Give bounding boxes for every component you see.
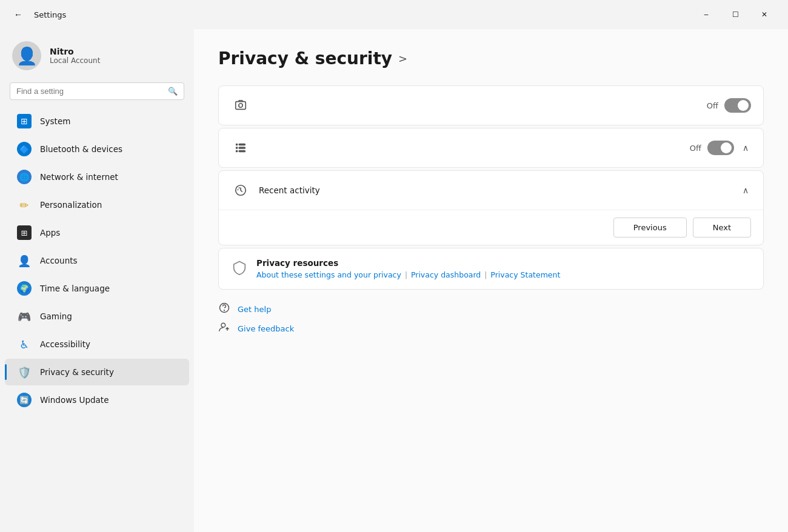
get-help-label[interactable]: Get help (238, 305, 271, 314)
recent-activity-title: Recent activity (259, 185, 732, 195)
sidebar-item-accessibility[interactable]: ♿ Accessibility (5, 331, 189, 357)
card-row-2: Off ∧ (219, 128, 763, 167)
avatar: 👤 (12, 41, 41, 70)
close-button[interactable]: ✕ (750, 5, 778, 24)
svg-point-1 (239, 104, 242, 107)
sidebar-item-personalization[interactable]: ✏️ Personalization (5, 191, 189, 218)
titlebar: ← Settings – ☐ ✕ (0, 0, 788, 29)
window-controls: – ☐ ✕ (692, 5, 778, 24)
sidebar-label-system: System (40, 116, 70, 126)
svg-rect-0 (236, 102, 246, 110)
sidebar-label-accounts: Accounts (40, 256, 78, 265)
resources-links: About these settings and your privacy | … (256, 270, 560, 279)
card-right-1: Off (707, 98, 751, 113)
system-icon: ⊞ (17, 114, 32, 128)
sidebar-label-gaming: Gaming (40, 311, 72, 321)
sidebar-item-gaming[interactable]: 🎮 Gaming (5, 303, 189, 330)
toggle2-label: Off (690, 144, 701, 153)
svg-point-10 (224, 310, 225, 311)
resources-content: Privacy resources About these settings a… (256, 258, 560, 279)
sidebar-label-personalization: Personalization (40, 200, 102, 210)
svg-rect-6 (236, 147, 238, 148)
privacy-statement-link[interactable]: Privacy Statement (490, 270, 560, 279)
sidebar-label-apps: Apps (40, 228, 60, 238)
separator-1: | (405, 271, 407, 279)
maximize-button[interactable]: ☐ (721, 5, 749, 24)
privacy-resources-card: Privacy resources About these settings a… (218, 248, 764, 290)
toggle1-switch[interactable] (724, 98, 751, 113)
svg-rect-3 (239, 147, 245, 148)
back-button[interactable]: ← (10, 6, 27, 23)
toggle2-switch[interactable] (707, 141, 734, 155)
pagination-row: Previous Next (219, 210, 763, 245)
avatar-icon: 👤 (16, 46, 38, 66)
personalization-icon: ✏️ (17, 198, 32, 212)
card-toggle-1: Off (218, 85, 764, 125)
help-section: Get help Give feedback (218, 302, 764, 336)
sidebar-label-bluetooth: Bluetooth & devices (40, 144, 122, 154)
sidebar-label-network: Network & internet (40, 172, 118, 182)
user-info: Nitro Local Account (50, 47, 100, 65)
sidebar-item-update[interactable]: 🔄 Windows Update (5, 387, 189, 413)
sidebar-item-network[interactable]: 🌐 Network & internet (5, 164, 189, 190)
accounts-icon: 👤 (17, 253, 32, 268)
sidebar-label-update: Windows Update (40, 395, 109, 405)
give-feedback-item[interactable]: Give feedback (218, 321, 764, 336)
search-icon: 🔍 (168, 87, 178, 96)
sidebar-item-apps[interactable]: ⊞ Apps (5, 219, 189, 246)
svg-point-11 (221, 323, 225, 327)
give-feedback-icon (218, 321, 230, 336)
update-icon: 🔄 (17, 393, 32, 407)
user-name: Nitro (50, 47, 100, 56)
app-body: 👤 Nitro Local Account 🔍 ⊞ System 🔷 Bluet… (0, 29, 788, 532)
bluetooth-icon: 🔷 (17, 142, 32, 156)
list-icon (231, 138, 250, 158)
resources-shield-icon (231, 259, 248, 279)
sidebar: 👤 Nitro Local Account 🔍 ⊞ System 🔷 Bluet… (0, 29, 194, 532)
sidebar-label-accessibility: Accessibility (40, 339, 90, 349)
expand-button-2[interactable]: ∧ (740, 141, 751, 155)
next-button[interactable]: Next (693, 218, 751, 238)
svg-rect-4 (239, 151, 245, 152)
content-area: Privacy & security > Off (194, 29, 788, 532)
user-account-type: Local Account (50, 56, 100, 65)
about-settings-link[interactable]: About these settings and your privacy (256, 270, 401, 279)
svg-rect-2 (239, 144, 245, 145)
search-input[interactable] (16, 87, 163, 96)
separator-2: | (484, 271, 487, 279)
sidebar-item-time[interactable]: 🌍 Time & language (5, 275, 189, 302)
sidebar-label-time: Time & language (40, 284, 110, 293)
recent-activity-card: Recent activity ∧ Previous Next (218, 170, 764, 245)
recent-activity-expand[interactable]: ∧ (740, 183, 751, 198)
titlebar-title: Settings (34, 10, 66, 19)
toggle1-label: Off (707, 101, 718, 110)
sidebar-label-privacy: Privacy & security (40, 367, 114, 377)
svg-rect-5 (236, 144, 238, 145)
recent-activity-icon (231, 181, 250, 200)
apps-icon: ⊞ (17, 225, 32, 240)
user-section: 👤 Nitro Local Account (0, 34, 194, 82)
page-title: Privacy & security (218, 48, 392, 68)
recent-activity-header[interactable]: Recent activity ∧ (219, 171, 763, 210)
privacy-dashboard-link[interactable]: Privacy dashboard (411, 270, 481, 279)
give-feedback-label[interactable]: Give feedback (238, 324, 294, 333)
sidebar-item-accounts[interactable]: 👤 Accounts (5, 247, 189, 274)
page-header: Privacy & security > (218, 48, 764, 68)
get-help-icon (218, 302, 230, 316)
sidebar-item-bluetooth[interactable]: 🔷 Bluetooth & devices (5, 136, 189, 162)
sidebar-item-system[interactable]: ⊞ System (5, 108, 189, 135)
minimize-button[interactable]: – (692, 5, 720, 24)
search-box[interactable]: 🔍 (10, 82, 184, 100)
accessibility-icon: ♿ (17, 337, 32, 351)
previous-button[interactable]: Previous (613, 218, 687, 238)
privacy-icon: 🛡️ (17, 365, 32, 379)
photo-icon (231, 96, 250, 115)
breadcrumb-chevron: > (398, 52, 407, 65)
card-row-1: Off (219, 86, 763, 125)
network-icon: 🌐 (17, 170, 32, 184)
gaming-icon: 🎮 (17, 309, 32, 324)
sidebar-item-privacy[interactable]: 🛡️ Privacy & security (5, 359, 189, 385)
get-help-item[interactable]: Get help (218, 302, 764, 316)
resources-title: Privacy resources (256, 258, 560, 268)
svg-rect-7 (236, 151, 238, 152)
